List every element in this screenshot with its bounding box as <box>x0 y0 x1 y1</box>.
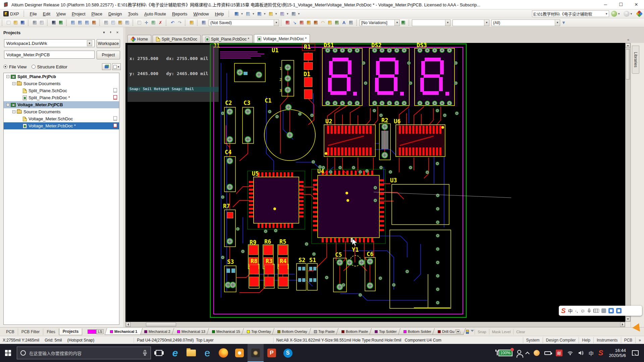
saved-state-combo[interactable]: (Not Saved) ▼ <box>209 19 279 26</box>
menu-reports[interactable]: Reports <box>169 10 191 18</box>
layer-filter-icon[interactable] <box>471 330 474 334</box>
taskbar-search-box[interactable]: 在这里输入你要搜索的内容 <box>17 347 151 359</box>
status-instruments-button[interactable]: Instruments <box>593 337 621 343</box>
line-tool-icon[interactable] <box>233 11 240 17</box>
tree-item-split-plane-prjpcb[interactable]: −Split_Plane.PrjPcb <box>4 73 119 80</box>
room-tool-caret[interactable]: ▼ <box>286 12 289 15</box>
dimension-tool-caret[interactable]: ▼ <box>275 12 277 15</box>
microphone-icon[interactable] <box>143 350 147 356</box>
tree-item-split-plane-pcbdoc-[interactable]: Split_Plane.PcbDoc * <box>4 94 119 101</box>
status---button[interactable]: » <box>635 337 644 343</box>
filter-combo-1-caret[interactable]: ▼ <box>445 20 450 26</box>
workspace-button[interactable]: Workspace <box>97 39 120 48</box>
zoom-fit-icon[interactable] <box>70 19 76 26</box>
menu-edit[interactable]: Edit <box>40 10 53 18</box>
layer-tab-drill-gu[interactable]: Drill Gu◂▸ <box>432 328 466 335</box>
menu-help[interactable]: Help <box>212 10 227 18</box>
filter-combo-2-caret[interactable]: ▼ <box>484 20 489 26</box>
forward-button[interactable] <box>624 11 630 17</box>
start-button[interactable] <box>0 344 16 362</box>
layer-tab-mechanical-13[interactable]: Mechanical 13 <box>171 328 210 335</box>
layer-tab-mechanical-15[interactable]: Mechanical 15 <box>206 328 245 335</box>
taskbar-firefox[interactable] <box>215 344 231 362</box>
copy-icon[interactable] <box>110 19 116 26</box>
file-view-radio[interactable] <box>3 65 7 69</box>
apply-offset-icon[interactable] <box>150 19 157 26</box>
tree-item-voltage-meter-schdoc[interactable]: Voltage_Meter.SchDoc <box>4 115 119 122</box>
layer-tab-top-overlay[interactable]: Top Overlay <box>241 328 276 335</box>
panel-pin-icon[interactable]: 🖈 <box>108 30 113 35</box>
dimension-tool-icon[interactable] <box>268 11 274 17</box>
scope-caret[interactable]: ▼ <box>555 20 560 26</box>
text-tool-caret[interactable]: ▼ <box>263 12 266 15</box>
pcb-3d-icon[interactable] <box>58 19 64 26</box>
tree-item-voltage-meter-pcbdoc-[interactable]: Voltage_Meter.PcbDoc * <box>4 122 119 129</box>
paste-icon[interactable] <box>117 19 123 26</box>
sogou-skin-icon[interactable] <box>608 308 614 313</box>
panel-options-button[interactable]: ▼ <box>112 63 121 70</box>
action-center-icon[interactable] <box>632 350 639 356</box>
save-icon[interactable] <box>19 19 26 26</box>
menu-auto-route[interactable]: Auto Route <box>141 10 169 18</box>
document-path-combo[interactable]: E:\01教学材料\《电子设计辅助软 ▼ <box>532 10 609 17</box>
panel-menu-caret[interactable]: ▼ <box>101 30 107 35</box>
filter-combo-2[interactable]: ▼ <box>452 19 489 26</box>
people-icon[interactable] <box>517 351 521 355</box>
paste-array-icon[interactable] <box>124 19 130 26</box>
dock-tab-pcb-filter[interactable]: PCB Filter <box>18 328 44 335</box>
place-via-icon[interactable] <box>313 19 319 26</box>
taskbar-edge[interactable]: e <box>167 344 183 362</box>
place-arc-icon[interactable]: ◠ <box>320 19 326 26</box>
variations-caret[interactable]: ▼ <box>394 20 399 26</box>
dock-tab-projects[interactable]: Projects <box>59 328 82 335</box>
layer-tab-bottom-paste[interactable]: Bottom Paste <box>336 328 374 335</box>
sogou-toolbox-icon[interactable] <box>601 308 606 313</box>
taskbar-internet-explorer[interactable]: e <box>199 344 215 362</box>
variations-combo[interactable]: [No Variations] ▼ <box>360 19 400 26</box>
horizontal-scroll-thumb[interactable] <box>146 322 176 326</box>
layer-color-icon[interactable] <box>466 330 469 334</box>
project-field[interactable]: Voltage_Meter.PrjPCB <box>4 51 95 59</box>
sogou-mic-icon[interactable] <box>587 308 591 313</box>
select-area-icon[interactable] <box>136 19 143 26</box>
back-caret[interactable]: ▼ <box>618 12 620 15</box>
sogou-grid-icon[interactable] <box>616 308 622 313</box>
tree-item-split-plane-schdoc[interactable]: Split_Plane.SchDoc <box>4 87 119 94</box>
menu-tools[interactable]: Tools <box>125 10 141 18</box>
status-help-button[interactable]: Help <box>579 337 593 343</box>
layer-tool-caret[interactable]: ▼ <box>252 12 255 15</box>
menu-design[interactable]: Design <box>105 10 125 18</box>
sogou-keyboard-icon[interactable] <box>593 309 599 313</box>
room-tool-icon[interactable] <box>279 11 285 17</box>
undo-icon[interactable]: ↶ <box>169 19 176 26</box>
menu-view[interactable]: View <box>53 10 69 18</box>
place-pad-icon[interactable] <box>306 19 312 26</box>
taskbar-orange-app[interactable] <box>231 344 248 362</box>
horizontal-scrollbar[interactable] <box>125 322 625 327</box>
doc-tab-split-plane-pcbdoc-[interactable]: Split_Plane.PcbDoc * <box>202 35 253 43</box>
status-design-compiler-button[interactable]: Design Compiler <box>543 337 579 343</box>
mail-tray-icon[interactable]: 邮 <box>556 350 562 356</box>
sogou-tray-icon[interactable]: S <box>598 349 603 357</box>
move-icon[interactable]: ✛ <box>143 19 150 26</box>
zoom-area-icon[interactable] <box>77 19 83 26</box>
path-combo-caret[interactable]: ▼ <box>605 12 608 15</box>
home-icon[interactable] <box>636 10 643 17</box>
saved-state-caret[interactable]: ▼ <box>274 20 279 26</box>
wifi-icon[interactable] <box>567 351 573 355</box>
close-button[interactable]: ✕ <box>629 0 644 9</box>
compile-order-button[interactable] <box>102 63 111 70</box>
grid-settings-icon[interactable] <box>348 19 354 26</box>
tree-item-voltage-meter-prjpcb[interactable]: −Voltage_Meter.PrjPCB <box>4 101 119 108</box>
minimize-button[interactable]: ─ <box>598 0 613 9</box>
scope-combo[interactable]: (All) ▼ <box>491 19 560 26</box>
libraries-panel-tab[interactable]: Libraries <box>632 46 639 74</box>
menu-place[interactable]: Place <box>89 10 106 18</box>
layer-tab-top-paste[interactable]: Top Paste <box>309 328 340 335</box>
interactive-routing-icon[interactable]: ↘ <box>291 19 298 26</box>
layer-tab-top-solder[interactable]: Top Solder <box>369 328 402 335</box>
taskbar-altium-designer[interactable] <box>248 344 264 362</box>
panel-splitter[interactable] <box>123 27 125 327</box>
layer-tab-mechanical-2[interactable]: Mechanical 2 <box>139 328 176 335</box>
scroll-up-icon[interactable] <box>626 43 630 48</box>
